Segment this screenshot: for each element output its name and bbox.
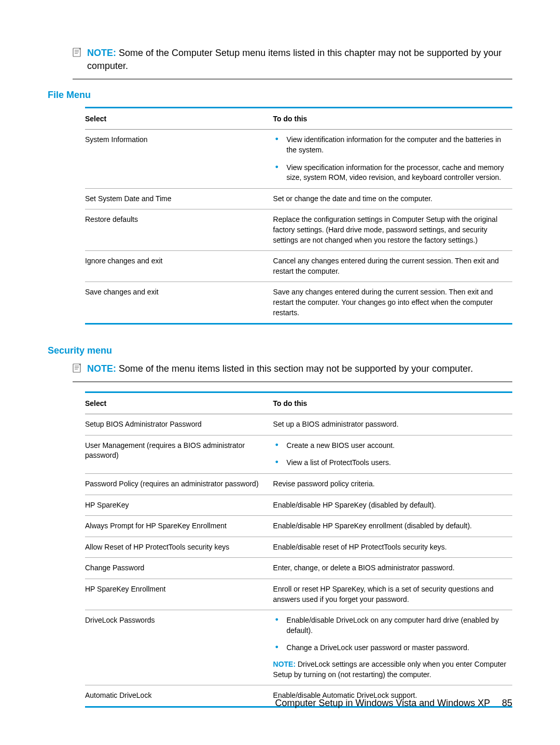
note-icon [73, 363, 82, 375]
select-cell: User Management (requires a BIOS adminis… [85, 435, 273, 473]
select-cell: HP SpareKey Enrollment [85, 579, 273, 610]
table-row: System Information View identification i… [85, 130, 512, 188]
todo-cell: Cancel any changes entered during the cu… [273, 251, 512, 282]
table-row: Allow Reset of HP ProtectTools security … [85, 537, 512, 558]
table-row: DriveLock Passwords Enable/disable Drive… [85, 610, 512, 685]
note-body: Some of the menu items listed in this se… [119, 363, 473, 374]
file-menu-table: Select To do this System Information Vie… [85, 108, 512, 323]
todo-cell: Enable/disable HP SpareKey enrollment (d… [273, 516, 512, 537]
select-cell: Set System Date and Time [85, 188, 273, 209]
select-cell: Restore defaults [85, 209, 273, 251]
select-cell: Ignore changes and exit [85, 251, 273, 282]
select-cell: Password Policy (requires an administrat… [85, 474, 273, 495]
table-row: Password Policy (requires an administrat… [85, 474, 512, 495]
file-menu-heading: File Menu [48, 90, 512, 101]
note-label: NOTE: [273, 660, 296, 668]
note-label: NOTE: [87, 48, 116, 58]
todo-cell: Enable/disable DriveLock on any computer… [273, 610, 512, 685]
note-icon [73, 48, 82, 59]
col-header-todo: To do this [273, 393, 512, 414]
todo-cell: Create a new BIOS user account. View a l… [273, 435, 512, 473]
select-cell: DriveLock Passwords [85, 610, 273, 685]
bullet-item: View identification information for the … [273, 135, 510, 155]
bullet-item: Change a DriveLock user password or mast… [273, 643, 510, 653]
note-label: NOTE: [87, 363, 116, 374]
todo-cell: Set up a BIOS administrator password. [273, 414, 512, 435]
col-header-select: Select [85, 393, 273, 414]
select-cell: System Information [85, 130, 273, 188]
todo-cell: Set or change the date and time on the c… [273, 188, 512, 209]
security-note: NOTE: Some of the menu items listed in t… [73, 362, 512, 382]
bullet-item: Create a new BIOS user account. [273, 441, 510, 451]
todo-cell: View identification information for the … [273, 130, 512, 188]
todo-cell: Enable/disable reset of HP ProtectTools … [273, 537, 512, 558]
svg-rect-0 [73, 48, 80, 57]
page-footer: Computer Setup in Windows Vista and Wind… [275, 698, 512, 709]
note-body: DriveLock settings are accessible only w… [273, 660, 507, 679]
todo-cell: Enable/disable HP SpareKey (disabled by … [273, 495, 512, 516]
todo-cell: Enter, change, or delete a BIOS administ… [273, 558, 512, 579]
select-cell: HP SpareKey [85, 495, 273, 516]
select-cell: Automatic DriveLock [85, 685, 273, 706]
table-row: Save changes and exit Save any changes e… [85, 282, 512, 323]
table-row: Always Prompt for HP SpareKey Enrollment… [85, 516, 512, 537]
top-note: NOTE: Some of the Computer Setup menu it… [73, 47, 512, 79]
bullet-item: View specification information for the p… [273, 163, 510, 183]
select-cell: Save changes and exit [85, 282, 273, 323]
col-header-todo: To do this [273, 108, 512, 130]
bullet-item: View a list of ProtectTools users. [273, 458, 510, 468]
note-text: NOTE: Some of the menu items listed in t… [87, 362, 473, 375]
table-row: HP SpareKey Enable/disable HP SpareKey (… [85, 495, 512, 516]
file-menu-table-wrap: Select To do this System Information Vie… [85, 107, 512, 325]
todo-cell: Revise password policy criteria. [273, 474, 512, 495]
table-row: Setup BIOS Administrator Password Set up… [85, 414, 512, 435]
note-text: NOTE: Some of the Computer Setup menu it… [87, 47, 512, 73]
note-body: Some of the Computer Setup menu items li… [87, 48, 501, 71]
footer-title: Computer Setup in Windows Vista and Wind… [275, 698, 490, 708]
select-cell: Allow Reset of HP ProtectTools security … [85, 537, 273, 558]
bullet-item: Enable/disable DriveLock on any computer… [273, 615, 510, 636]
todo-cell: Replace the configuration settings in Co… [273, 209, 512, 251]
table-row: Ignore changes and exit Cancel any chang… [85, 251, 512, 282]
svg-rect-4 [73, 364, 80, 372]
table-row: HP SpareKey Enrollment Enroll or reset H… [85, 579, 512, 610]
select-cell: Setup BIOS Administrator Password [85, 414, 273, 435]
table-row: User Management (requires a BIOS adminis… [85, 435, 512, 473]
table-row: Set System Date and Time Set or change t… [85, 188, 512, 209]
col-header-select: Select [85, 108, 273, 130]
table-row: Change Password Enter, change, or delete… [85, 558, 512, 579]
todo-cell: Enroll or reset HP SpareKey, which is a … [273, 579, 512, 610]
todo-cell: Save any changes entered during the curr… [273, 282, 512, 323]
security-menu-table-wrap: Select To do this Setup BIOS Administrat… [85, 391, 512, 708]
select-cell: Change Password [85, 558, 273, 579]
inline-note: NOTE: DriveLock settings are accessible … [273, 659, 510, 680]
select-cell: Always Prompt for HP SpareKey Enrollment [85, 516, 273, 537]
page-number: 85 [502, 698, 512, 708]
table-row: Restore defaults Replace the configurati… [85, 209, 512, 251]
security-menu-table: Select To do this Setup BIOS Administrat… [85, 393, 512, 706]
security-menu-heading: Security menu [48, 345, 512, 356]
